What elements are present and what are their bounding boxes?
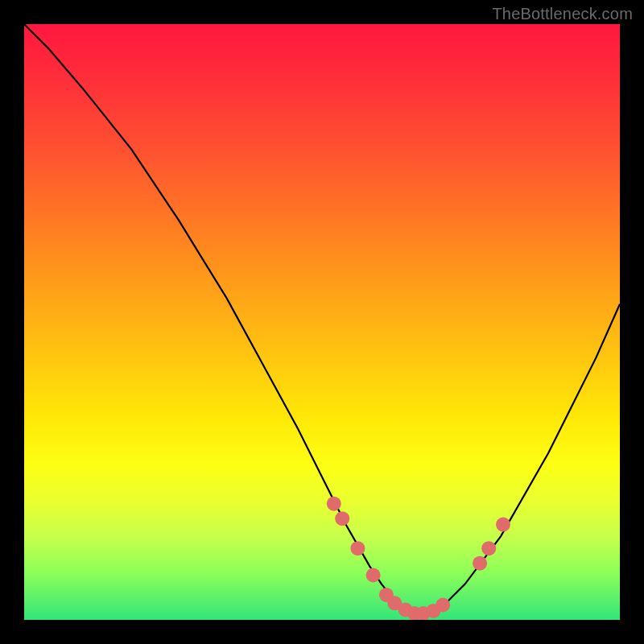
data-point-marker xyxy=(327,497,341,511)
data-point-marker xyxy=(350,541,365,555)
data-point-marker xyxy=(496,518,510,532)
data-point-marker xyxy=(436,598,450,613)
data-point-marker xyxy=(473,556,487,571)
outer-frame: TheBottleneck.com xyxy=(0,0,644,644)
marker-group xyxy=(327,497,510,620)
chart-svg xyxy=(24,24,620,620)
attribution-text: TheBottleneck.com xyxy=(492,5,633,23)
data-point-marker xyxy=(481,541,496,555)
data-point-marker xyxy=(335,511,349,526)
data-point-marker xyxy=(366,568,381,583)
curve-line xyxy=(24,24,620,614)
